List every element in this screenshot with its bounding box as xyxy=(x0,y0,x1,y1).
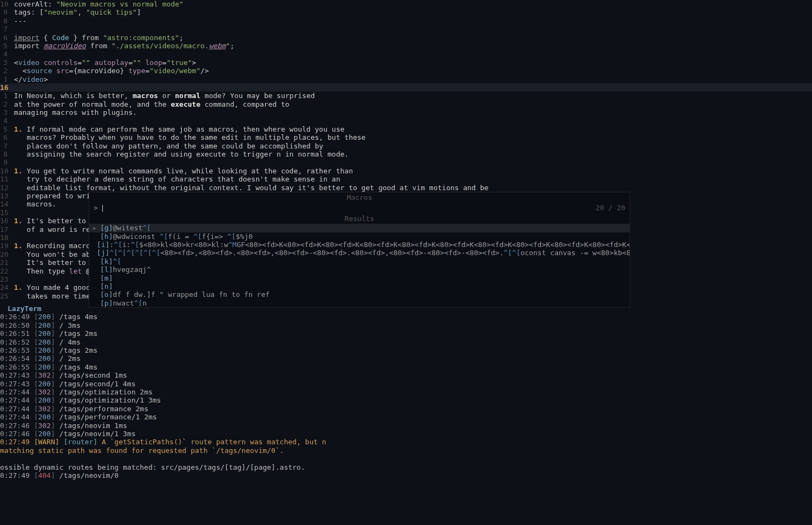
line-number: 10 xyxy=(0,167,10,175)
line-number: 23 xyxy=(0,275,10,283)
code-line[interactable]: 10 1. You get to write normal commands l… xyxy=(0,167,812,175)
line-number: 20 xyxy=(0,250,10,258)
line-number: 10 xyxy=(0,0,10,8)
code-line[interactable]: 1 In Neovim, which is better, macros or … xyxy=(0,92,812,100)
macro-item[interactable]: [p] nwact^[n xyxy=(89,299,630,307)
code-line[interactable]: 10 coverAlt: "Neovim macros vs normal mo… xyxy=(0,0,812,8)
line-content: </video> xyxy=(10,75,812,83)
line-number: 3 xyxy=(0,59,10,67)
terminal-log-line: 0:26:52 [200] / 4ms xyxy=(0,338,812,346)
code-line[interactable]: 2 <source src={macroVideo} type="video/w… xyxy=(0,67,812,75)
line-number: 7 xyxy=(0,25,10,33)
line-number: 5 xyxy=(0,125,10,133)
macro-item[interactable]: [h] @wdwiconst ^[f(i = ^[f{i=> ^[$%j0 xyxy=(89,232,630,241)
line-number: 2 xyxy=(0,67,10,75)
line-number: 2 xyxy=(0,100,10,108)
code-line[interactable]: 12 editable list format, without the ori… xyxy=(0,184,812,192)
line-number: 17 xyxy=(0,225,10,234)
terminal-line: 0:27:49 [404] /tags/neovim/0 xyxy=(0,471,812,479)
line-number: 5 xyxy=(0,42,10,50)
line-content: <video controls="" autoplay="" loop="tru… xyxy=(10,59,812,67)
macro-item[interactable]: [i] :^[i:^[$<80>kl<80>kr<80>kl:w^MGF<80>… xyxy=(89,241,630,249)
line-content: --- xyxy=(10,17,812,25)
terminal-log-line: 0:26:54 [200] / 2ms xyxy=(0,354,812,362)
line-content: managing macros with plugins. xyxy=(10,108,812,116)
code-line[interactable]: 7 xyxy=(0,25,812,33)
terminal-log-line: 0:27:44 [302] /tags/optimization 2ms xyxy=(0,388,812,396)
line-content xyxy=(10,83,812,92)
line-content: places don't follow any pattern, and the… xyxy=(10,142,812,150)
code-line[interactable]: 3 <video controls="" autoplay="" loop="t… xyxy=(0,59,812,67)
terminal-line xyxy=(0,455,812,463)
line-content: try to decipher a dense string of charac… xyxy=(10,175,812,183)
line-number: 8 xyxy=(0,17,10,25)
line-content: macros? Probably when you have to do the… xyxy=(10,133,812,141)
line-number: 13 xyxy=(0,192,10,200)
macro-item[interactable]: ▸[g] @witest^[ xyxy=(89,224,630,232)
terminal-log-line: 0:27:44 [302] /tags/performance 2ms xyxy=(0,405,812,413)
popup-results-header: Results xyxy=(89,213,630,224)
line-content xyxy=(10,116,812,125)
popup-search-row: > 20 / 20 xyxy=(89,203,630,213)
code-line[interactable]: 9 xyxy=(0,158,812,166)
code-line[interactable]: 8 --- xyxy=(0,17,812,25)
code-line[interactable]: 2 at the power of normal mode, and the e… xyxy=(0,100,812,108)
code-line[interactable]: 5 import macroVideo from "./assets/video… xyxy=(0,42,812,50)
line-number: 4 xyxy=(0,50,10,58)
macro-item[interactable]: [m] xyxy=(89,274,630,282)
line-number: 19 xyxy=(0,242,10,250)
code-line[interactable]: 9 tags: ["neovim", "quick tips"] xyxy=(0,8,812,16)
code-line[interactable]: 16 xyxy=(0,83,812,92)
text-cursor-icon xyxy=(102,205,103,212)
macro-item[interactable]: [n] xyxy=(89,282,630,290)
line-content: 1. If normal mode can perform the same j… xyxy=(10,125,812,133)
line-number: 6 xyxy=(0,133,10,141)
line-number: 11 xyxy=(0,175,10,183)
line-number: 21 xyxy=(0,258,10,267)
line-number: 6 xyxy=(0,34,10,42)
macro-item[interactable]: [o] df f dw.]f " wrapped lua fn to fn re… xyxy=(89,290,630,299)
line-number: 24 xyxy=(0,283,10,291)
terminal-log-line: 0:27:43 [200] /tags/second/1 4ms xyxy=(0,380,812,388)
line-number: 3 xyxy=(0,108,10,116)
line-number: 8 xyxy=(0,150,10,158)
code-line[interactable]: 4 xyxy=(0,116,812,125)
code-line[interactable]: 4 xyxy=(0,50,812,58)
line-content: <source src={macroVideo} type="video/web… xyxy=(10,67,812,75)
terminal-log-line: 0:26:49 [200] /tags 4ms xyxy=(0,313,812,321)
line-content xyxy=(10,50,812,58)
code-line[interactable]: 1 </video> xyxy=(0,75,812,83)
popup-title: Macros xyxy=(89,192,630,203)
code-line[interactable]: 6 macros? Probably when you have to do t… xyxy=(0,133,812,141)
terminal-log-line: 0:27:44 [200] /tags/performance/1 2ms xyxy=(0,413,812,421)
line-number: 4 xyxy=(0,116,10,125)
macro-item[interactable]: [k] ^[ xyxy=(89,257,630,265)
macro-item[interactable]: [l] hvegzaqj^ xyxy=(89,265,630,274)
terminal-log-line: 0:27:44 [200] /tags/optimization/1 3ms xyxy=(0,396,812,404)
line-content: import { Code } from "astro:components"; xyxy=(10,34,812,42)
code-line[interactable]: 6 import { Code } from "astro:components… xyxy=(0,34,812,42)
line-number: 1 xyxy=(0,75,10,83)
line-number: 7 xyxy=(0,142,10,150)
code-line[interactable]: 5 1. If normal mode can perform the same… xyxy=(0,125,812,133)
terminal-line: ossible dynamic routes being matched: sr… xyxy=(0,463,812,471)
terminal-log-line: 0:26:53 [200] /tags 2ms xyxy=(0,346,812,354)
code-line[interactable]: 7 places don't follow any pattern, and t… xyxy=(0,142,812,150)
line-content: assigning the search register and using … xyxy=(10,150,812,158)
code-line[interactable]: 3 managing macros with plugins. xyxy=(0,108,812,116)
line-content: editable list format, without the origin… xyxy=(10,184,812,192)
line-number: 9 xyxy=(0,158,10,166)
popup-items-list[interactable]: ▸[g] @witest^[ [h] @wdwiconst ^[f(i = ^[… xyxy=(89,224,630,307)
line-content: coverAlt: "Neovim macros vs normal mode" xyxy=(10,0,812,8)
line-number: 16 xyxy=(0,83,10,92)
line-number: 18 xyxy=(0,234,10,242)
popup-count: 20 / 20 xyxy=(595,204,625,212)
macros-popup[interactable]: Macros > 20 / 20 Results ▸[g] @witest^[ … xyxy=(89,192,630,308)
terminal-log-line: 0:27:46 [200] /tags/neovim/1 3ms xyxy=(0,430,812,438)
terminal-log-line: 0:26:51 [200] /tags 2ms xyxy=(0,329,812,338)
terminal-pane[interactable]: LazyTerm 0:26:49 [200] /tags 4ms0:26:50 … xyxy=(0,304,812,479)
code-line[interactable]: 11 try to decipher a dense string of cha… xyxy=(0,175,812,183)
code-line[interactable]: 8 assigning the search register and usin… xyxy=(0,150,812,158)
line-content: 1. You get to write normal commands live… xyxy=(10,167,812,175)
macro-item[interactable]: [j] ^[^[^[^[^[^[<80><fd>,<80><fd>.<80><f… xyxy=(89,249,630,257)
